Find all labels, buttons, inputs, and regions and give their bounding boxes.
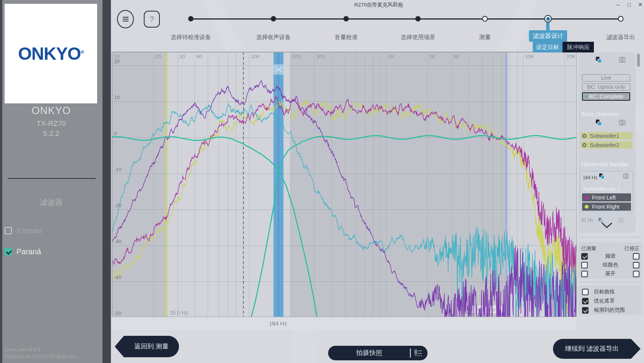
checkbox-checked-icon[interactable] [5, 248, 12, 255]
channel-front-left[interactable]: Front Left [582, 193, 631, 201]
corrected-spectrum-checkbox[interactable] [633, 253, 639, 260]
step-label-4[interactable]: 选择使用场景 [401, 34, 435, 41]
channel-subwoofer2[interactable]: Subwoofer2 [581, 141, 633, 149]
x-tick-label: 1K [388, 54, 395, 59]
y-tick-label: -20 [114, 203, 122, 208]
measured-spectrum-checkbox[interactable] [581, 253, 588, 260]
project-title: RZ70自带麦克风双炮 [302, 2, 455, 8]
tab-impulse-response[interactable]: 脉冲响应 [563, 42, 594, 52]
radio-ring-icon [582, 134, 586, 138]
x-tick-label: 20K [566, 54, 576, 59]
step-label-5[interactable]: 测量 [479, 34, 491, 41]
channel-label: Subwoofer1 [590, 133, 619, 139]
y-tick-label: -40 [114, 275, 122, 280]
step-label-6-active[interactable]: 滤波器设计 [529, 30, 567, 42]
crossover-handle[interactable] [273, 64, 284, 75]
step-dot-4[interactable] [415, 16, 421, 21]
display-legend-panel: 已测量 已校正 频谱 组颜色 展开 [578, 242, 642, 279]
channel-label: Subwoofer2 [590, 142, 619, 148]
dirac-processing-icon[interactable] [595, 119, 602, 126]
step-dot-5[interactable] [482, 16, 488, 22]
option-label: 检测到的范围 [594, 307, 625, 314]
step-label-1[interactable]: 选择待校准设备 [171, 34, 211, 41]
dirac-processing-icon[interactable] [595, 56, 602, 63]
step-label-7[interactable]: 滤波器导出 [607, 34, 635, 41]
legend-row-spectrum: 频谱 [581, 253, 639, 260]
view-button-bc-complete[interactable]: BC: Complete [582, 92, 630, 101]
tab-set-target[interactable]: 设定目标 [533, 42, 563, 52]
measured-expand-checkbox[interactable] [581, 271, 588, 277]
take-snapshot-button[interactable]: 拍摄快照 [328, 346, 428, 360]
legend-row-expand: 展开 [581, 270, 639, 277]
device-brand: ONKYO [0, 105, 102, 117]
filter-label: Paraná [16, 247, 41, 256]
stepper-line [191, 18, 621, 20]
view-button-live[interactable]: Live [582, 74, 630, 82]
channel-subwoofer1[interactable]: Subwoofer1 [581, 132, 633, 139]
channel-front-right[interactable]: Front Right [582, 203, 631, 211]
step-label-3[interactable]: 音量校准 [335, 34, 358, 41]
series-color-dot [585, 205, 589, 209]
filters-heading: 滤波器 [0, 197, 102, 208]
device-model: TX-RZ70 [0, 119, 102, 128]
chart-options-panel: 目标曲线 优化遮罩 检测到的范围 [578, 285, 642, 315]
step-dot-3[interactable] [343, 16, 349, 21]
x-tick-label: 3K [454, 54, 460, 59]
frequency-response-canvas[interactable] [112, 52, 577, 317]
hamburger-icon [123, 17, 128, 18]
option-detected-range: 检测到的范围 [582, 307, 639, 314]
snapshot-view-icon[interactable] [619, 119, 626, 126]
x-tick-label: 2K [429, 54, 436, 59]
sidebar-shadow-strip [102, 0, 111, 363]
dirac-processing-icon[interactable] [598, 173, 605, 180]
filter-item-kapuas[interactable]: Kapuas [5, 226, 42, 235]
corrected-group-colors-checkbox[interactable] [633, 262, 639, 268]
minimize-button[interactable]: – [614, 1, 622, 8]
button-divider [410, 348, 411, 358]
chevron-down-icon[interactable] [601, 222, 613, 229]
legend-row-label: 组颜色 [588, 262, 633, 268]
channels-panel: Live BC: Upmix only BC: Complete Bass ch… [578, 52, 636, 233]
panel-scrollbar[interactable] [637, 54, 640, 67]
filter-item-parana[interactable]: Paraná [5, 247, 41, 256]
x-tick-label: 100 [251, 54, 260, 59]
step-dot-7[interactable] [618, 16, 624, 22]
x-tick-label: 300 [316, 54, 325, 59]
option-label: 目标曲线 [594, 288, 615, 295]
continue-to-filter-export-button[interactable]: 继续到 滤波器导出 [553, 339, 631, 359]
onkyo-logo: ONKYO® [18, 43, 84, 64]
app-version: Dirac Live v3.4.4 [5, 347, 40, 352]
step-dot-1[interactable] [188, 16, 194, 21]
optimization-mask-checkbox[interactable] [582, 298, 589, 304]
snapshot-view-icon[interactable] [623, 173, 630, 180]
close-button[interactable]: ✕ [636, 1, 644, 8]
channel-label: Front Left [592, 195, 616, 201]
y-tick-label: 0 [114, 131, 117, 136]
active-crossover-frequency: 164 Hz [255, 320, 301, 327]
help-button[interactable]: ? [144, 11, 160, 28]
symmetric-set-label: Symmetric set 1 [583, 186, 620, 192]
snapshot-label: 拍摄快照 [328, 346, 410, 360]
frequency-response-chart: 102030401002003001K2K3K10K20K20100-10-20… [112, 52, 577, 317]
view-button-bc-upmix[interactable]: BC: Upmix only [582, 83, 630, 91]
measured-group-colors-checkbox[interactable] [581, 262, 588, 268]
maximize-button[interactable]: □ [625, 1, 633, 8]
back-to-measure-button[interactable]: 返回到 测量 [124, 336, 179, 357]
bass-channels-heading: Bass channels [581, 111, 619, 117]
radio-ring-icon [582, 143, 586, 147]
step-dot-6-active[interactable] [544, 15, 552, 23]
checkbox-unchecked-icon[interactable] [5, 227, 12, 234]
legend-row-label: 展开 [588, 270, 633, 277]
corrected-expand-checkbox[interactable] [633, 271, 639, 277]
detected-range-checkbox[interactable] [582, 307, 589, 314]
y-tick-label: -50 [114, 311, 122, 316]
target-curve-checkbox[interactable] [582, 289, 589, 295]
step-label-2[interactable]: 选择收声设备 [256, 34, 291, 41]
snapshot-view-icon[interactable] [619, 56, 626, 63]
hamburger-menu-button[interactable] [117, 10, 134, 28]
step-dot-2[interactable] [271, 16, 276, 21]
signed-in-status: Signed in as 230205287@qq.com [5, 354, 77, 359]
option-optimization-mask: 优化遮罩 [582, 298, 639, 304]
y-tick-label: -30 [114, 239, 122, 244]
legend-row-label: 频谱 [588, 253, 633, 260]
